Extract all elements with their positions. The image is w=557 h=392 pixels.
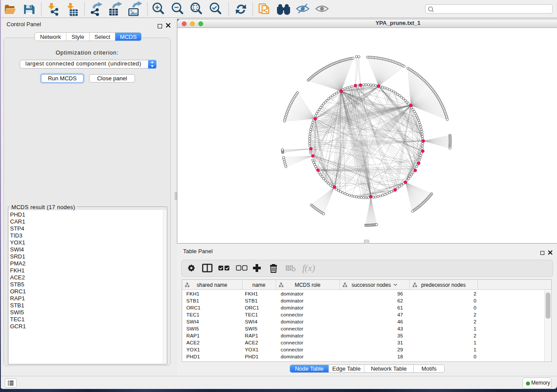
- svg-text:f(x): f(x): [302, 263, 315, 273]
